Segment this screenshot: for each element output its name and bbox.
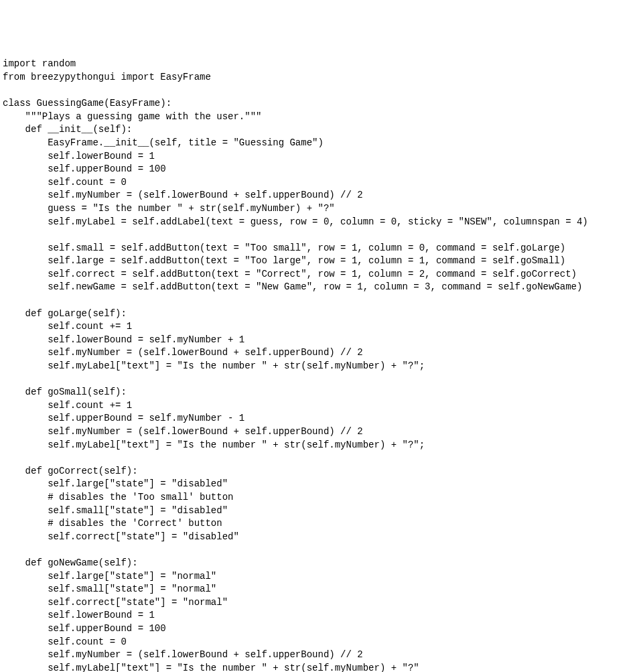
code-line	[3, 373, 628, 387]
code-line: self.lowerBound = self.myNumber + 1	[3, 334, 628, 347]
code-line: # disables the 'Too small' button	[3, 491, 628, 505]
code-line: self.lowerBound = 1	[3, 609, 628, 622]
code-line	[3, 84, 628, 98]
code-block: import randomfrom breezypythongui import…	[3, 58, 628, 672]
code-line: self.myLabel = self.addLabel(text = gues…	[3, 216, 628, 229]
code-line: """Plays a guessing game with the user."…	[3, 111, 628, 124]
code-line: self.count = 0	[3, 636, 628, 649]
code-line: self.small = self.addButton(text = "Too …	[3, 242, 628, 255]
code-line: self.myNumber = (self.lowerBound + self.…	[3, 346, 628, 360]
code-line: self.count += 1	[3, 399, 628, 413]
code-line: self.count = 0	[3, 176, 628, 190]
code-line: import random	[3, 58, 628, 71]
code-line: self.large["state"] = "disabled"	[3, 478, 628, 491]
code-line: self.myLabel["text"] = "Is the number " …	[3, 439, 628, 452]
code-line: self.lowerBound = 1	[3, 150, 628, 163]
code-line	[3, 452, 628, 465]
code-line: def goNewGame(self):	[3, 557, 628, 570]
code-line: self.upperBound = 100	[3, 622, 628, 636]
code-line: self.myNumber = (self.lowerBound + self.…	[3, 649, 628, 662]
code-line: self.upperBound = 100	[3, 163, 628, 176]
code-line	[3, 228, 628, 242]
code-line: self.myLabel["text"] = "Is the number " …	[3, 360, 628, 373]
code-line: self.small["state"] = "normal"	[3, 583, 628, 596]
code-line: self.myNumber = (self.lowerBound + self.…	[3, 425, 628, 439]
code-line: guess = "Is the number " + str(self.myNu…	[3, 202, 628, 216]
code-line: # disables the 'Correct' button	[3, 517, 628, 531]
code-line: self.correct["state"] = "disabled"	[3, 531, 628, 544]
code-line	[3, 543, 628, 557]
code-line: class GuessingGame(EasyFrame):	[3, 97, 628, 111]
code-line: self.count += 1	[3, 320, 628, 334]
code-line: def goLarge(self):	[3, 308, 628, 321]
code-line: self.correct["state"] = "normal"	[3, 596, 628, 610]
code-line: def __init__(self):	[3, 123, 628, 137]
code-line: self.upperBound = self.myNumber - 1	[3, 412, 628, 425]
code-line: EasyFrame.__init__(self, title = "Guessi…	[3, 137, 628, 150]
code-line: def goSmall(self):	[3, 386, 628, 399]
code-line	[3, 294, 628, 308]
code-line: self.newGame = self.addButton(text = "Ne…	[3, 281, 628, 294]
code-line: self.large = self.addButton(text = "Too …	[3, 255, 628, 268]
code-line: self.small["state"] = "disabled"	[3, 505, 628, 518]
code-line: self.correct = self.addButton(text = "Co…	[3, 268, 628, 281]
code-line: from breezypythongui import EasyFrame	[3, 71, 628, 84]
code-line: self.large["state"] = "normal"	[3, 570, 628, 584]
code-line: self.myLabel["text"] = "Is the number " …	[3, 662, 628, 672]
code-line: self.myNumber = (self.lowerBound + self.…	[3, 189, 628, 202]
code-line: def goCorrect(self):	[3, 465, 628, 478]
